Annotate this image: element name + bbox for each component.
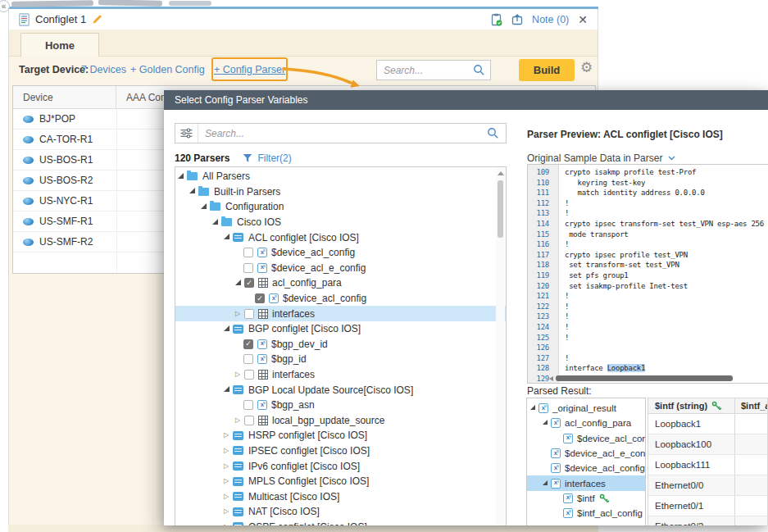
collapsed-icon[interactable]: ▷: [235, 417, 244, 424]
expanded-icon[interactable]: [235, 280, 241, 285]
tree-parser-node[interactable]: ▷Multicast [Cisco IOS]: [175, 489, 506, 504]
collapsed-icon[interactable]: ▷: [224, 448, 233, 454]
tree-table-node[interactable]: ▷interfaces: [175, 367, 506, 383]
scroll-up-icon[interactable]: [498, 171, 504, 175]
tree-label: OSPF configlet [Cisco IOS]: [248, 521, 367, 525]
tree-variable-node[interactable]: x$bgp_asn: [175, 398, 506, 413]
expanded-icon[interactable]: [201, 203, 207, 209]
rename-icon[interactable]: [92, 14, 102, 25]
tree-parser-node[interactable]: ▷OSPF configlet [Cisco IOS]: [175, 520, 506, 525]
build-button[interactable]: Build: [519, 59, 575, 81]
export-icon[interactable]: [511, 14, 523, 25]
tree-parser-node[interactable]: ▷IPSEC configlet [Cisco IOS]: [175, 443, 506, 459]
checkbox[interactable]: ✓: [244, 278, 254, 288]
close-icon[interactable]: ✕: [578, 13, 588, 26]
parser-search-input[interactable]: [198, 128, 487, 139]
tree-folder-node[interactable]: Cisco IOS: [175, 215, 506, 230]
router-icon: [23, 198, 34, 205]
checkbox[interactable]: [243, 354, 253, 364]
expanded-icon[interactable]: [224, 386, 229, 392]
config-parser-link[interactable]: + Config Parser: [214, 64, 285, 75]
scrollbar-thumb[interactable]: [498, 180, 503, 238]
code-text: !: [559, 333, 569, 343]
result-cell-intf-acl: [735, 516, 741, 525]
tree-table-node[interactable]: ▷interfaces: [175, 306, 506, 321]
checkbox[interactable]: [243, 400, 253, 410]
expanded-icon[interactable]: [530, 405, 535, 410]
checkbox[interactable]: [243, 263, 253, 273]
settings-gear-icon[interactable]: ⚙: [580, 59, 593, 76]
tree-label: Cisco IOS: [237, 216, 281, 228]
collapsed-icon[interactable]: ▷: [224, 478, 233, 484]
collapsed-icon[interactable]: ▷: [235, 371, 244, 378]
collapsed-icon[interactable]: ▷: [224, 508, 233, 515]
parsed-tree-node[interactable]: x_original_result: [527, 401, 645, 416]
expanded-icon[interactable]: [543, 420, 548, 425]
code-text: crypto ipsec transform-set test_VPN esp-…: [559, 219, 764, 230]
search-icon[interactable]: [473, 64, 485, 76]
tree-folder-node[interactable]: Built-in Parsers: [175, 184, 506, 200]
checkbox[interactable]: [244, 309, 254, 319]
collapsed-icon[interactable]: ▷: [235, 311, 244, 317]
checkbox[interactable]: [244, 370, 254, 380]
note-link[interactable]: Note (0): [532, 14, 569, 25]
tree-label: Multicast [Cisco IOS]: [248, 491, 339, 502]
tree-folder-node[interactable]: All Parsers: [175, 169, 506, 184]
parsed-tree-node[interactable]: xacl_config_para: [527, 416, 645, 430]
parsed-tree-node[interactable]: x$intf_acl_config: [527, 506, 645, 521]
expanded-icon[interactable]: [224, 325, 229, 331]
parser-search-box[interactable]: [175, 123, 507, 143]
hscrollbar-thumb[interactable]: [556, 375, 733, 381]
golden-config-link[interactable]: + Golden Config: [130, 64, 205, 75]
code-text: [559, 343, 565, 353]
tree-table-node[interactable]: ▷local_bgp_update_source: [175, 413, 506, 429]
tree-folder-node[interactable]: Configuration: [175, 199, 506, 215]
collapsed-icon[interactable]: ▷: [224, 524, 233, 525]
tree-parser-node[interactable]: ▷MPLS Configlet [Cisco IOS]: [175, 474, 506, 489]
checkbox[interactable]: [244, 416, 254, 425]
filter-link[interactable]: Filter(2): [257, 152, 291, 164]
tree-variable-node[interactable]: ✓x$device_acl_config: [175, 291, 506, 307]
tree-label: ACL configlet [Cisco IOS]: [248, 232, 359, 243]
line-number: 110: [528, 178, 559, 189]
tree-variable-node[interactable]: x$device_acl_config: [175, 245, 506, 261]
expanded-icon[interactable]: [178, 173, 184, 179]
checkbox[interactable]: ✓: [255, 293, 265, 303]
tree-variable-node[interactable]: x$bgp_id: [175, 352, 506, 367]
filter-icon[interactable]: [243, 153, 252, 163]
device-search-box[interactable]: [376, 60, 491, 80]
tree-label: Built-in Parsers: [214, 186, 280, 198]
tree-parser-node[interactable]: BGP Local Update Source[Cisco IOS]: [175, 382, 506, 398]
tree-parser-node[interactable]: ACL configlet [Cisco IOS]: [175, 230, 506, 245]
baseline-check-icon[interactable]: [491, 13, 502, 26]
expanded-icon[interactable]: [224, 234, 229, 239]
expanded-icon[interactable]: [543, 480, 548, 485]
parsed-tree-node[interactable]: x$device_acl_config: [527, 431, 645, 446]
tree-variable-node[interactable]: x$device_acl_e_config: [175, 261, 506, 276]
devices-link[interactable]: 7 Devices: [81, 64, 126, 75]
tree-parser-node[interactable]: BGP configlet [Cisco IOS]: [175, 321, 506, 337]
checkbox[interactable]: ✓: [243, 339, 253, 349]
search-icon[interactable]: [487, 127, 499, 139]
tree-parser-node[interactable]: ▷NAT [Cisco IOS]: [175, 504, 506, 520]
tree-parser-node[interactable]: ▷HSRP configlet [Cisco IOS]: [175, 428, 506, 443]
collapsed-icon[interactable]: ▷: [224, 493, 233, 500]
scroll-left-icon[interactable]: [549, 376, 553, 381]
parsed-tree-node[interactable]: x$device_acl_config: [527, 461, 645, 475]
parsed-tree-node[interactable]: xinterfaces: [527, 475, 645, 490]
tree-parser-node[interactable]: ▷IPv6 configlet [Cisco IOS]: [175, 458, 506, 474]
tree-table-node[interactable]: ✓acl_config_para: [175, 275, 506, 291]
parsed-tree-node[interactable]: x$intf: [527, 491, 645, 506]
tree-variable-node[interactable]: ✓x$bgp_dev_id: [175, 337, 506, 352]
tab-home[interactable]: Home: [20, 33, 99, 57]
collapsed-icon[interactable]: ▷: [224, 432, 233, 439]
tree-scrollbar[interactable]: [496, 168, 505, 525]
search-options-icon[interactable]: [175, 124, 198, 143]
collapsed-icon[interactable]: ▷: [224, 463, 233, 470]
expanded-icon[interactable]: [189, 188, 195, 193]
device-search-input[interactable]: [377, 65, 473, 76]
chevron-down-icon[interactable]: [668, 156, 675, 161]
expanded-icon[interactable]: [212, 219, 218, 225]
parsed-tree-node[interactable]: x$device_acl_e_config: [527, 446, 645, 461]
checkbox[interactable]: [243, 248, 253, 257]
